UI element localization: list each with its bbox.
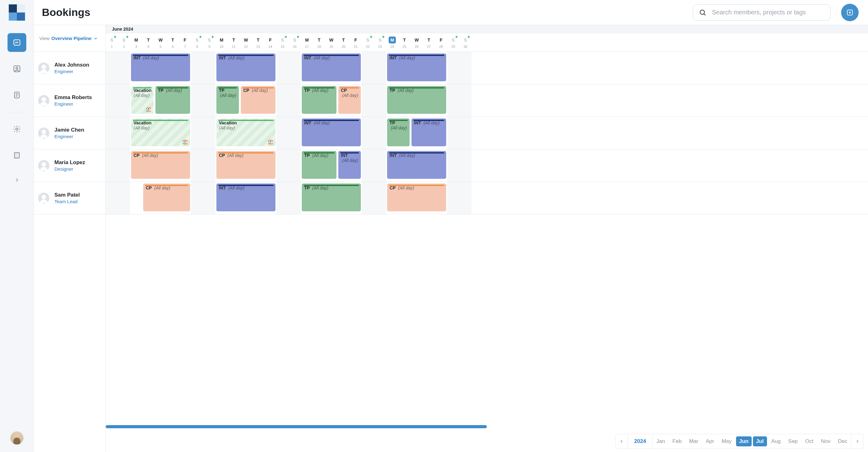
day-header-cell[interactable]: S29 bbox=[447, 33, 459, 52]
day-header-cell[interactable]: W5 bbox=[154, 33, 167, 52]
calendar-rows: +INT (All day)INT (All day)INT (All day)… bbox=[106, 52, 868, 452]
add-button[interactable] bbox=[841, 4, 859, 21]
booking-code: CP bbox=[341, 88, 347, 93]
booking-duration: (All day) bbox=[252, 88, 268, 93]
month-oct[interactable]: Oct bbox=[802, 437, 816, 446]
booking-block[interactable]: CP (All day) bbox=[241, 86, 276, 114]
year-label[interactable]: 2024 bbox=[628, 434, 653, 449]
svg-point-7 bbox=[700, 10, 705, 14]
day-header-cell[interactable]: S16 bbox=[289, 33, 301, 52]
day-header-cell[interactable]: M3 bbox=[130, 33, 142, 52]
day-header-cell[interactable]: F14 bbox=[264, 33, 276, 52]
booking-code: Vacation bbox=[133, 88, 152, 93]
day-header-cell[interactable]: M24 bbox=[386, 33, 398, 52]
member-row[interactable]: Sam Patel Team Lead bbox=[34, 182, 105, 215]
day-header-cell[interactable]: M17 bbox=[301, 33, 313, 52]
day-header-cell[interactable]: W19 bbox=[325, 33, 337, 52]
nav-bookings[interactable] bbox=[7, 33, 26, 52]
month-prev[interactable] bbox=[616, 434, 628, 449]
sidebar-expand[interactable] bbox=[7, 172, 26, 188]
month-apr[interactable]: Apr bbox=[703, 437, 717, 446]
month-jul[interactable]: Jul bbox=[753, 437, 767, 446]
nav-people[interactable] bbox=[7, 59, 26, 78]
booking-duration: (All day) bbox=[399, 55, 415, 60]
nav-settings[interactable] bbox=[7, 120, 26, 138]
booking-code: Vacation bbox=[219, 120, 237, 125]
day-header-cell[interactable]: T20 bbox=[337, 33, 349, 52]
booking-block[interactable]: INT (All day) bbox=[302, 54, 361, 81]
booking-block[interactable]: TP (All day) bbox=[302, 184, 361, 211]
view-selector[interactable]: View Overview Pipeline bbox=[34, 25, 105, 52]
booking-block[interactable]: TP(All day) bbox=[216, 86, 239, 114]
booking-block[interactable]: INT (All day) bbox=[387, 54, 446, 81]
member-row[interactable]: Jamie Chen Engineer bbox=[34, 117, 105, 150]
app-logo bbox=[9, 4, 25, 21]
booking-block[interactable]: TP(All day) bbox=[387, 119, 410, 146]
day-header-cell[interactable]: T13 bbox=[252, 33, 264, 52]
month-may[interactable]: May bbox=[718, 437, 735, 446]
month-dec[interactable]: Dec bbox=[835, 437, 850, 446]
month-sep[interactable]: Sep bbox=[785, 437, 801, 446]
current-user-avatar[interactable] bbox=[10, 431, 24, 445]
booking-block[interactable]: TP (All day) bbox=[387, 86, 446, 114]
booking-duration: (All day) bbox=[312, 153, 328, 158]
day-header-cell[interactable]: T18 bbox=[313, 33, 325, 52]
booking-block[interactable]: TP (All day) bbox=[302, 151, 336, 179]
booking-block[interactable]: CP (All day) bbox=[216, 151, 276, 179]
search-box[interactable] bbox=[693, 4, 831, 21]
day-header-cell[interactable]: M10 bbox=[215, 33, 228, 52]
day-header-cell[interactable]: T25 bbox=[398, 33, 410, 52]
member-row[interactable]: Maria Lopez Designer bbox=[34, 150, 105, 182]
booking-block[interactable]: TP (All day) bbox=[155, 86, 190, 114]
nav-reports[interactable] bbox=[7, 86, 26, 104]
day-header-cell[interactable]: T6 bbox=[167, 33, 179, 52]
booking-block[interactable]: INT (All day) bbox=[411, 119, 446, 146]
day-header-cell[interactable]: T11 bbox=[228, 33, 240, 52]
member-row[interactable]: Alex Johnson Engineer bbox=[34, 52, 105, 85]
search-input[interactable] bbox=[711, 8, 825, 16]
nav-org[interactable] bbox=[7, 146, 26, 165]
month-feb[interactable]: Feb bbox=[670, 437, 685, 446]
booking-block[interactable]: INT (All day) bbox=[131, 54, 190, 81]
booking-block[interactable]: INT (All day) bbox=[387, 151, 446, 179]
day-header-cell[interactable]: S15 bbox=[276, 33, 289, 52]
day-header-cell[interactable]: F7 bbox=[179, 33, 191, 52]
booking-block[interactable]: CP (All day) bbox=[131, 151, 190, 179]
member-row[interactable]: Emma Roberts Engineer bbox=[34, 85, 105, 117]
chart-icon bbox=[13, 38, 21, 46]
day-header-cell[interactable]: S2 bbox=[118, 33, 130, 52]
day-header-cell[interactable]: W12 bbox=[240, 33, 252, 52]
month-nov[interactable]: Nov bbox=[818, 437, 834, 446]
booking-block[interactable]: Vacation(All day)🏖️ bbox=[131, 86, 154, 114]
booking-block[interactable]: INT(All day) bbox=[338, 151, 361, 179]
month-next[interactable] bbox=[851, 434, 863, 449]
booking-block[interactable]: INT (All day) bbox=[216, 184, 276, 211]
booking-block[interactable]: CP (All day) bbox=[387, 184, 446, 211]
month-jun[interactable]: Jun bbox=[736, 437, 752, 446]
day-header-cell[interactable]: S30 bbox=[459, 33, 471, 52]
booking-block[interactable]: Vacation (All day)🏖️ bbox=[216, 119, 276, 146]
month-aug[interactable]: Aug bbox=[768, 437, 784, 446]
month-mar[interactable]: Mar bbox=[686, 437, 701, 446]
vacation-icon: 🏖️ bbox=[145, 106, 152, 112]
booking-block[interactable]: INT (All day) bbox=[302, 119, 361, 146]
booking-block[interactable]: Vacation (All day)🏖️ bbox=[131, 119, 190, 146]
booking-block[interactable]: CP (All day) bbox=[143, 184, 190, 211]
day-header-cell[interactable]: W26 bbox=[410, 33, 423, 52]
month-jan[interactable]: Jan bbox=[653, 437, 668, 446]
member-name: Emma Roberts bbox=[54, 94, 92, 101]
booking-block[interactable]: TP (All day) bbox=[302, 86, 336, 114]
booking-duration: (All day) bbox=[142, 153, 158, 158]
day-header-cell[interactable]: S1 bbox=[106, 33, 118, 52]
booking-code: TP bbox=[304, 185, 310, 190]
day-header-cell[interactable]: S22 bbox=[362, 33, 374, 52]
day-header-cell[interactable]: S8 bbox=[191, 33, 203, 52]
day-header-cell[interactable]: S23 bbox=[374, 33, 386, 52]
day-header-cell[interactable]: T27 bbox=[423, 33, 435, 52]
day-header-cell[interactable]: T4 bbox=[142, 33, 154, 52]
day-header-cell[interactable]: F28 bbox=[435, 33, 447, 52]
day-header-cell[interactable]: S9 bbox=[203, 33, 215, 52]
booking-block[interactable]: INT (All day) bbox=[216, 54, 276, 81]
day-header-cell[interactable]: F21 bbox=[349, 33, 362, 52]
booking-block[interactable]: CP(All day) bbox=[338, 86, 361, 114]
